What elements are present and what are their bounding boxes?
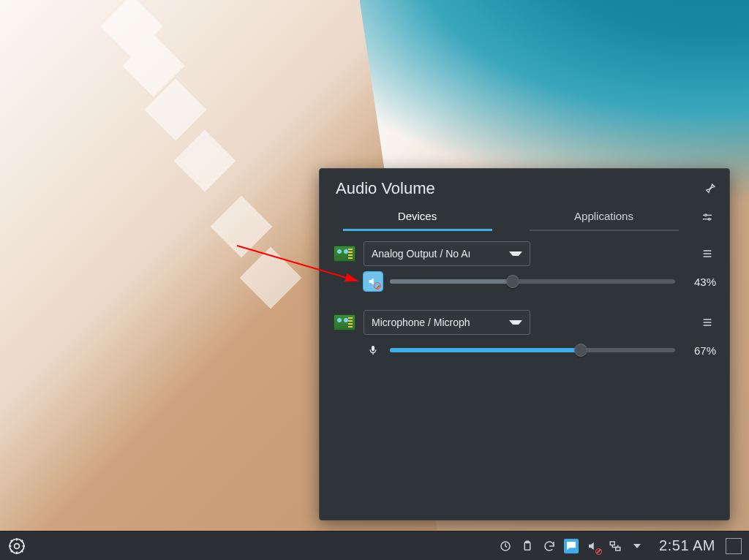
slider-thumb[interactable] [506,275,519,288]
clipboard-icon[interactable] [520,539,535,553]
svg-rect-26 [610,542,614,545]
sound-card-icon [330,314,359,330]
hamburger-icon[interactable] [699,314,716,331]
speaker-muted-icon[interactable] [364,272,383,291]
chevron-down-icon [509,320,522,325]
device-input: Microphone / Microph 67% [330,310,716,360]
tab-applications[interactable]: Applications [511,203,697,231]
kde-gear-icon[interactable] [4,534,29,559]
system-tray [491,539,652,553]
chevron-down-icon [509,251,522,256]
svg-point-14 [15,543,20,548]
sound-card-icon [330,246,359,262]
input-port-label: Microphone / Microph [372,317,470,328]
device-output: Analog Output / No Aı 43% [330,241,716,291]
chevron-down-icon[interactable] [630,539,644,553]
sync-icon[interactable] [542,539,557,553]
output-port-select[interactable]: Analog Output / No Aı [364,241,530,266]
svg-point-3 [708,218,710,220]
tabs: Devices Applications [324,203,697,231]
output-volume-value: 43% [682,276,716,288]
microphone-icon[interactable] [364,341,383,360]
svg-rect-24 [524,542,530,550]
show-desktop-icon[interactable] [726,538,742,554]
svg-point-1 [705,214,707,216]
taskbar: 2:51 AM [0,531,749,560]
hamburger-icon[interactable] [699,245,716,262]
input-volume-slider[interactable] [390,343,675,357]
network-icon[interactable] [608,539,622,553]
output-port-label: Analog Output / No Aı [372,248,470,260]
sliders-icon[interactable] [697,207,718,227]
taskbar-clock[interactable]: 2:51 AM [652,537,723,554]
input-volume-value: 67% [682,344,716,357]
updates-icon[interactable] [498,539,513,553]
popup-title: Audio Volume [336,179,704,198]
slider-thumb[interactable] [574,344,587,357]
pin-icon[interactable] [704,183,716,194]
svg-rect-10 [372,346,374,351]
tab-devices[interactable]: Devices [324,203,511,231]
volume-muted-icon[interactable] [586,539,601,553]
output-volume-slider[interactable] [390,274,675,289]
input-port-select[interactable]: Microphone / Microph [364,310,530,335]
chat-icon[interactable] [564,539,579,553]
audio-volume-popup: Audio Volume Devices Applications Analog… [319,168,730,521]
